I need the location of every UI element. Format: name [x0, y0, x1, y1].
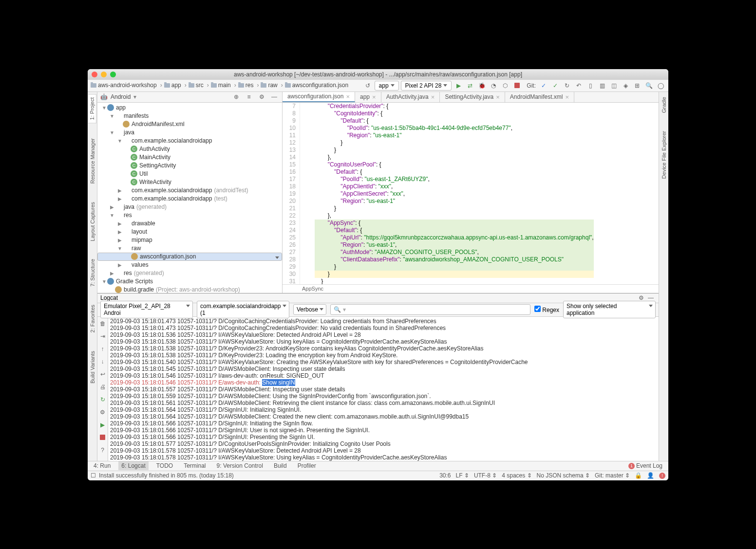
tree-node[interactable]: CMainActivity — [97, 153, 282, 162]
device-selector[interactable]: Pixel 2 API 28 — [401, 81, 452, 91]
bottom-tab[interactable]: 4: Run — [91, 461, 113, 470]
breadcrumb-0[interactable]: aws-android-workshop — [91, 82, 164, 89]
tree-node[interactable]: ▶layout — [97, 228, 282, 236]
editor-tab[interactable]: app× — [355, 92, 381, 102]
tree-node[interactable]: ▶values — [97, 261, 282, 269]
left-tab[interactable]: 1: Project — [88, 94, 96, 123]
tree-node[interactable]: ▶mipmap — [97, 236, 282, 244]
debug-icon[interactable]: 🐞 — [477, 81, 487, 91]
tree-node[interactable]: build.gradle(Project: aws-android-worksh… — [97, 286, 282, 293]
stop-icon[interactable] — [98, 433, 108, 442]
close-icon[interactable]: × — [372, 93, 376, 101]
attach-debugger-icon[interactable]: ⬡ — [500, 81, 510, 91]
bottom-tab[interactable]: TODO — [153, 461, 176, 470]
code-area[interactable]: 7891011121314151617181920212223242526272… — [283, 103, 659, 284]
inspector-icon[interactable]: 👤 — [647, 472, 654, 479]
breadcrumb-4[interactable]: res — [238, 82, 261, 89]
project-view-header[interactable]: 🤖Android ▾ ⊕ ≡ ⚙ — — [97, 92, 282, 103]
error-badge[interactable]: ! — [659, 473, 665, 479]
tree-node[interactable]: ▼manifests — [97, 112, 282, 120]
vcs-commit-icon[interactable]: ✓ — [550, 81, 560, 91]
tree-node[interactable]: ▼res — [97, 211, 282, 220]
close-icon[interactable]: × — [496, 93, 500, 101]
bottom-tab[interactable]: 9: Version Control — [214, 461, 266, 470]
editor-tab[interactable]: SettingActivity.java× — [440, 92, 505, 102]
profile-icon[interactable]: ◔ — [489, 81, 498, 91]
hide-icon[interactable]: — — [269, 92, 279, 102]
titlebar[interactable]: aws-android-workshop [~/dev-test/aws-and… — [88, 69, 668, 80]
tree-node[interactable]: ▶drawable — [97, 220, 282, 228]
search-icon[interactable]: 🔍 — [644, 81, 654, 91]
editor-breadcrumb[interactable]: AppSync — [283, 284, 659, 293]
resource-manager-icon[interactable]: ◈ — [621, 81, 630, 91]
tree-node[interactable]: ▼raw — [97, 244, 282, 253]
tree-node[interactable]: ▶java(generated) — [97, 203, 282, 211]
editor-tab[interactable]: awsconfiguration.json× — [283, 92, 355, 102]
json-schema[interactable]: No JSON schema ⇕ — [537, 472, 590, 479]
close-icon[interactable]: × — [566, 93, 569, 101]
bottom-tab[interactable]: Build — [271, 461, 290, 470]
assistant-icon[interactable]: ⊞ — [632, 81, 642, 91]
tree-node[interactable]: ▼com.example.socialandroidapp — [97, 137, 282, 145]
avd-manager-icon[interactable]: ▯ — [586, 81, 595, 91]
restart-icon[interactable]: ↻ — [98, 395, 108, 404]
regex-checkbox[interactable]: Regex — [534, 306, 559, 313]
left-tab[interactable]: 7: Structure — [89, 256, 96, 290]
run-config-selector[interactable]: app — [375, 81, 399, 91]
logcat-filter-select[interactable]: Show only selected application — [563, 301, 656, 318]
indent[interactable]: 4 spaces ⇕ — [502, 472, 531, 479]
settings-icon[interactable]: ⚙ — [98, 407, 108, 417]
tree-node[interactable]: CAuthActivity — [97, 145, 282, 153]
vcs-update-icon[interactable]: ✓ — [539, 81, 548, 91]
tree-node[interactable]: CWriteActivity — [97, 178, 282, 186]
left-tab[interactable]: Build Variants — [89, 348, 96, 386]
bottom-tab[interactable]: Terminal — [181, 461, 208, 470]
logcat-process-select[interactable]: com.example.socialandroidapp (1 — [197, 301, 289, 318]
right-tab[interactable]: Device File Explorer — [660, 128, 668, 182]
logcat-output[interactable]: 2019-09-03 15:18:01.473 10257-10311/? D/… — [108, 317, 659, 461]
up-icon[interactable]: ↑ — [98, 344, 108, 354]
tree-node[interactable]: CSettingActivity — [97, 162, 282, 170]
right-tab[interactable]: Gradle — [660, 94, 668, 116]
editor-tab[interactable]: AuthActivity.java× — [381, 92, 440, 102]
close-icon[interactable]: × — [346, 93, 350, 100]
breadcrumb-6[interactable]: awsconfiguration.json — [285, 82, 354, 89]
left-tab[interactable]: 2: Favorites — [89, 302, 96, 335]
apply-changes-icon[interactable]: ⇄ — [465, 81, 475, 91]
breadcrumb-1[interactable]: app — [164, 82, 189, 89]
print-icon[interactable]: 🖨 — [98, 382, 108, 392]
scroll-end-icon[interactable]: ⇥ — [98, 331, 108, 341]
close-icon[interactable]: × — [431, 93, 435, 101]
tree-node[interactable]: ▶com.example.socialandroidapp(test) — [97, 195, 282, 203]
stop-icon[interactable] — [512, 81, 522, 91]
vcs-history-icon[interactable]: ↻ — [562, 81, 572, 91]
tree-node[interactable]: awsconfiguration.json — [97, 253, 282, 261]
lock-icon[interactable]: 🔒 — [635, 472, 642, 479]
tree-node[interactable]: ▼app — [97, 104, 282, 112]
breadcrumb-2[interactable]: src — [189, 82, 211, 89]
sdk-manager-icon[interactable]: ▥ — [597, 81, 607, 91]
left-tab[interactable]: Resource Manager — [89, 135, 96, 187]
vcs-revert-icon[interactable]: ↶ — [574, 81, 584, 91]
logcat-level-select[interactable]: Verbose — [293, 304, 326, 315]
bottom-tab[interactable]: Profiler — [295, 461, 319, 470]
git-branch[interactable]: Git: master ⇕ — [595, 472, 630, 479]
user-icon[interactable]: ◯ — [656, 81, 665, 91]
tree-node[interactable]: ▼java — [97, 128, 282, 137]
tree-node[interactable]: ▶res(generated) — [97, 269, 282, 277]
down-icon[interactable]: ↓ — [98, 357, 108, 366]
line-ending[interactable]: LF ⇕ — [456, 472, 469, 479]
wrap-icon[interactable]: ↩ — [98, 369, 108, 379]
logcat-device-select[interactable]: Emulator Pixel_2_API_28 Androi — [100, 301, 193, 318]
run-icon[interactable]: ▶ — [98, 420, 108, 430]
breadcrumb-5[interactable]: raw — [261, 82, 284, 89]
left-tab[interactable]: Layout Captures — [89, 199, 96, 244]
trash-icon[interactable]: 🗑 — [98, 319, 108, 329]
caret-position[interactable]: 30:6 — [439, 472, 451, 479]
tree-node[interactable]: AndroidManifest.xml — [97, 120, 282, 128]
logcat-search[interactable]: 🔍▾ — [330, 304, 530, 315]
event-log-tab[interactable]: 1Event Log — [625, 461, 665, 470]
target-icon[interactable]: ⊕ — [231, 92, 241, 102]
breadcrumb-3[interactable]: main — [211, 82, 238, 89]
collapse-icon[interactable]: ≡ — [244, 92, 254, 102]
